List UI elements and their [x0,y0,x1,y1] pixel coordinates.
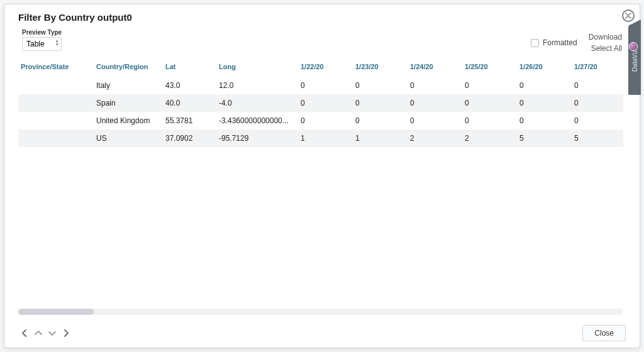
select-all-link[interactable]: Select All [591,44,622,53]
cell: 0 [353,94,408,112]
checkbox-box-icon [531,39,539,47]
cell: 0 [408,94,462,112]
cell: 55.3781 [163,112,216,129]
col-header[interactable]: Province/State [18,58,94,77]
dataviz-side-tab[interactable]: DataViz [628,26,641,95]
cell: 0 [462,77,517,94]
cell: 2 [408,129,462,147]
cell: 12.0 [216,77,298,94]
col-header[interactable]: 1/22/20 [298,58,353,77]
cell: United Kingdom [94,112,163,129]
table-scroll[interactable]: Province/State Country/Region Lat Long 1… [18,58,623,306]
col-header[interactable]: 1/27/20 [572,58,623,77]
nav-up-icon[interactable] [32,327,45,339]
dataviz-indicator-icon [629,42,638,51]
preview-type-value: Table [26,40,45,48]
cell [18,129,94,147]
table-row[interactable]: Italy 43.0 12.0 0 0 0 0 0 0 [18,77,623,94]
nav-down-icon[interactable] [46,327,58,339]
cell: Spain [94,94,163,112]
nav-prev-icon[interactable] [18,327,31,339]
cell [18,94,94,112]
col-header[interactable]: 1/23/20 [353,58,408,77]
table-row[interactable]: US 37.0902 -95.7129 1 1 2 2 5 5 [18,129,623,147]
preview-type-label: Preview Type [22,29,62,36]
cell: 5 [517,129,572,147]
cell: 1 [353,129,408,147]
cell: 0 [462,112,517,129]
download-link[interactable]: Download [589,33,622,41]
scrollbar-thumb[interactable] [18,309,94,315]
table-area: Province/State Country/Region Lat Long 1… [18,58,623,315]
dataviz-side-label: DataViz [631,50,638,72]
close-button[interactable]: Close [582,325,626,341]
cell: 0 [517,77,572,94]
cell: 43.0 [163,77,216,94]
cell [18,112,94,129]
cell: 40.0 [163,94,216,112]
cell: US [94,129,163,147]
cell: 0 [517,112,572,129]
cell [18,77,94,94]
toolbar: Preview Type Table ▲▼ Formatted Download… [18,29,622,53]
cell: 0 [517,94,572,112]
cell: 0 [298,77,353,94]
table-row[interactable]: Spain 40.0 -4.0 0 0 0 0 0 0 [18,94,623,112]
cell: 1 [298,129,353,147]
cell: -3.4360000000000... [216,112,298,129]
select-stepper-icon: ▲▼ [55,39,59,47]
cell: 0 [462,94,517,112]
cell: Italy [94,77,163,94]
col-header[interactable]: 1/26/20 [517,58,572,77]
col-header[interactable]: Lat [163,58,216,77]
dialog-footer: Close [18,315,626,341]
dialog-title: Filter By Country output0 [18,12,626,23]
preview-type-control: Preview Type Table ▲▼ [22,29,62,51]
horizontal-scrollbar[interactable] [18,309,623,315]
col-header[interactable]: 1/24/20 [408,58,462,77]
cell: -95.7129 [216,129,298,147]
table-header-row: Province/State Country/Region Lat Long 1… [18,58,623,77]
cell: 0 [408,77,462,94]
cell: 0 [408,112,462,129]
formatted-checkbox[interactable]: Formatted [531,38,577,47]
preview-type-select[interactable]: Table ▲▼ [22,37,62,51]
cell: 0 [572,77,623,94]
data-table: Province/State Country/Region Lat Long 1… [18,58,623,147]
output-preview-dialog: DataViz Filter By Country output0 Previe… [4,4,640,348]
toolbar-right: Formatted Download Select All [531,33,622,53]
cell: 37.0902 [163,129,216,147]
cell: 0 [353,112,408,129]
cell: 0 [353,77,408,94]
cell: -4.0 [216,94,298,112]
col-header[interactable]: 1/25/20 [462,58,517,77]
cell: 5 [572,129,623,147]
record-nav [18,327,72,339]
nav-next-icon[interactable] [60,327,72,339]
col-header[interactable]: Long [216,58,298,77]
cell: 0 [572,112,623,129]
table-row[interactable]: United Kingdom 55.3781 -3.4360000000000.… [18,112,623,129]
formatted-label: Formatted [543,38,577,47]
toolbar-links: Download Select All [589,33,622,53]
col-header[interactable]: Country/Region [94,58,163,77]
cell: 2 [462,129,517,147]
cell: 0 [298,112,353,129]
cell: 0 [572,94,623,112]
cell: 0 [298,94,353,112]
